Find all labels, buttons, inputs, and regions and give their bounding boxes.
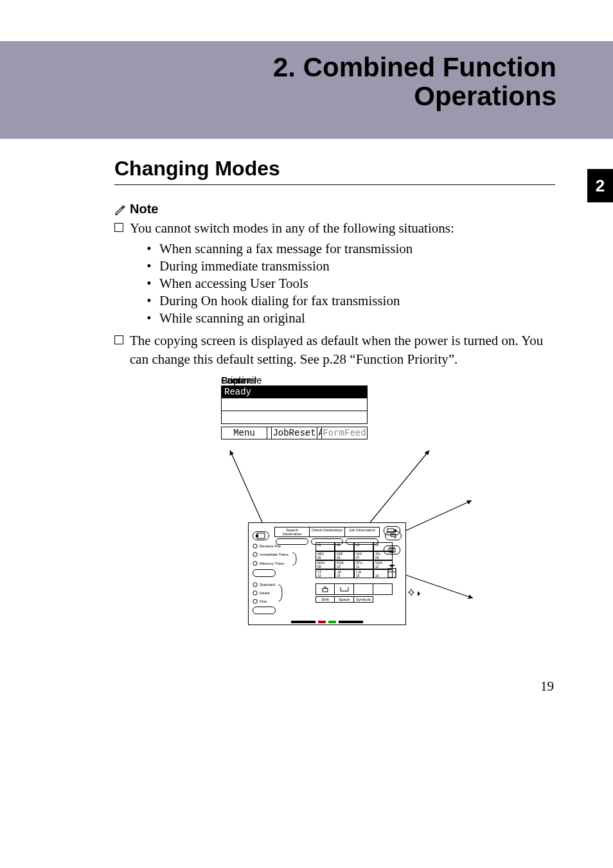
svg-marker-42 — [418, 591, 420, 596]
copier-key-icon — [254, 533, 267, 539]
panel-label: Symbols — [354, 596, 373, 603]
grid-cell: DEF06 — [335, 551, 354, 560]
panel-color-strip — [249, 619, 405, 624]
grid-cell: GHI07 — [354, 551, 373, 560]
grid-bottom-key — [315, 583, 335, 595]
grid-cell: YZ13 — [315, 569, 335, 578]
space-icon — [339, 586, 350, 592]
sub-item-text: When accessing User Tools — [159, 276, 308, 292]
formfeed-button: FormFeed — [321, 427, 368, 439]
svg-point-33 — [253, 583, 257, 587]
fax-mode-key — [384, 526, 400, 535]
svg-line-4 — [370, 450, 429, 522]
note-label: Note — [130, 202, 158, 217]
radio-icon — [253, 552, 258, 557]
checkbox-icon — [114, 335, 123, 344]
chapter-title: 2. Combined Function Operations — [197, 53, 556, 111]
sub-item-text: When scanning a fax message for transmis… — [159, 241, 413, 257]
bracket-icon — [291, 553, 298, 565]
svg-line-5 — [396, 500, 472, 535]
lock-icon — [321, 586, 330, 592]
grid-bottom-key — [373, 583, 393, 595]
radio-standard: Standard — [253, 582, 275, 587]
bullet-icon: • — [145, 258, 153, 274]
sub-item-text: While scanning an original — [159, 310, 305, 326]
ready-label: Ready — [224, 387, 251, 396]
svg-rect-46 — [390, 547, 394, 549]
printer-title: Printer — [221, 375, 249, 385]
radio-fine: Fine — [253, 599, 275, 604]
section-rule — [114, 184, 555, 185]
sub-item: • During On hook dialing for fax transmi… — [145, 293, 555, 309]
sub-item: • While scanning an original — [145, 310, 555, 326]
bullet-icon: • — [145, 310, 153, 326]
svg-rect-49 — [388, 569, 396, 578]
section-title: Changing Modes — [114, 157, 555, 181]
note-item: The copying screen is displayed as defau… — [114, 332, 555, 368]
note-item-text: The copying screen is displayed as defau… — [130, 332, 555, 368]
grid-cell: STU11 — [354, 560, 373, 569]
grid-cell: 01 — [315, 542, 335, 551]
radio-icon — [253, 582, 258, 587]
svg-rect-36 — [323, 589, 328, 592]
grid-cell: .@-14 — [335, 569, 354, 578]
printer-mode-key — [384, 545, 400, 554]
menu-button: Menu — [221, 427, 267, 439]
panel-key — [253, 531, 269, 540]
panel-key — [253, 569, 276, 577]
chapter-header-band: 2. Combined Function Operations — [0, 41, 613, 139]
radio-detail: Detail — [253, 590, 275, 596]
radio-icon — [253, 544, 258, 549]
grid-bottom-key — [354, 583, 373, 595]
svg-point-34 — [253, 591, 257, 595]
bullet-icon: • — [145, 241, 153, 257]
sub-item-text: During On hook dialing for fax transmiss… — [159, 293, 400, 309]
grid-cell: MNO09 — [315, 560, 335, 569]
panel-label: Search Destination — [274, 527, 309, 537]
chapter-tab: 2 — [587, 169, 613, 202]
note-item: You cannot switch modes in any of the fo… — [114, 219, 555, 237]
bullet-icon: • — [145, 276, 153, 292]
svg-rect-43 — [387, 529, 394, 533]
grid-cell: 03 — [354, 542, 373, 551]
note-heading: Note — [114, 202, 555, 217]
bullet-icon: • — [145, 293, 153, 309]
page-number: 19 — [540, 678, 554, 695]
radio-immediate-trans: Immediate Trans. — [253, 552, 289, 557]
sub-item: • When accessing User Tools — [145, 276, 555, 292]
svg-point-30 — [253, 544, 257, 548]
printer-key-icon — [387, 547, 396, 553]
panel-key — [253, 607, 276, 614]
sub-item: • During immediate transmission — [145, 258, 555, 274]
svg-rect-29 — [256, 535, 258, 537]
modes-illustration: Facsimile Ready 100% Set original, speci… — [221, 375, 613, 683]
svg-point-31 — [253, 553, 257, 556]
sub-item-text: During immediate transmission — [159, 258, 330, 274]
grid-cell: PQR10 — [335, 560, 354, 569]
svg-rect-44 — [395, 529, 396, 532]
radio-icon — [253, 561, 258, 566]
pencil-icon — [114, 204, 126, 215]
radio-memory-trans: Memory Trans. — [253, 561, 289, 566]
svg-rect-2 — [115, 336, 123, 344]
mode-key-column — [380, 526, 404, 583]
svg-line-3 — [230, 450, 262, 522]
grid-bottom-key — [335, 583, 354, 595]
printer-lcd: Ready Menu JobReset FormFeed — [221, 385, 368, 439]
bracket-icon — [277, 585, 283, 601]
jobreset-button: JobReset — [271, 427, 317, 439]
radio-icon — [253, 590, 258, 596]
sub-item: • When scanning a fax message for transm… — [145, 241, 555, 257]
radio-icon — [253, 599, 258, 604]
grid-cell: 02 — [335, 542, 354, 551]
note-item-text: You cannot switch modes in any of the fo… — [130, 219, 555, 237]
checkbox-icon — [114, 223, 123, 232]
panel-label: Job Information — [344, 527, 380, 537]
document-guide-icon — [386, 565, 398, 583]
grid-cell: ( )&15 — [354, 569, 373, 578]
panel-label: Space — [335, 596, 354, 603]
fax-key-icon — [387, 527, 397, 534]
radio-receive-file: Receive File — [253, 544, 313, 549]
svg-point-37 — [409, 590, 413, 594]
grid-cell: ABC05 — [315, 551, 335, 560]
